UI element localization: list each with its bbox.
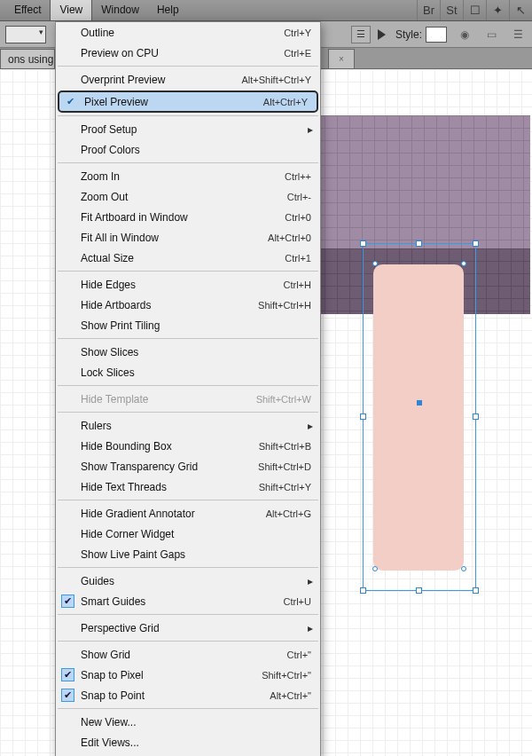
menu-item-label: Show Grid bbox=[81, 649, 130, 661]
menu-item-label: Zoom Out bbox=[81, 191, 128, 203]
menu-item-shortcut: Shift+Ctrl+W bbox=[256, 394, 311, 405]
menu-item-zoom-in[interactable]: Zoom InCtrl++ bbox=[56, 166, 320, 186]
menu-item-label: Show Live Paint Gaps bbox=[81, 548, 185, 561]
menu-item-edit-views[interactable]: Edit Views... bbox=[56, 732, 320, 752]
menu-item-guides[interactable]: Guides bbox=[56, 571, 320, 591]
anchor-tl[interactable] bbox=[372, 261, 378, 266]
menu-item-label: Fit Artboard in Window bbox=[81, 211, 188, 224]
menu-item-label: Hide Template bbox=[81, 393, 149, 406]
center-point bbox=[417, 400, 422, 406]
globe-icon[interactable]: ◉ bbox=[456, 26, 473, 43]
menu-item-lock-slices[interactable]: Lock Slices bbox=[56, 362, 320, 382]
menu-item-label: Snap to Pixel bbox=[81, 669, 144, 681]
menu-item-shortcut: Ctrl+1 bbox=[285, 253, 311, 264]
menu-item-label: Hide Text Threads bbox=[81, 481, 167, 493]
menu-help[interactable]: Help bbox=[148, 0, 188, 20]
menu-item-label: Fit All in Window bbox=[81, 232, 159, 244]
tab-label: ons using Illu bbox=[8, 53, 55, 66]
menu-item-show-print-tiling[interactable]: Show Print Tiling bbox=[56, 315, 320, 335]
menu-item-fit-all-in-window[interactable]: Fit All in WindowAlt+Ctrl+0 bbox=[56, 227, 320, 248]
bridge-icon[interactable]: Br bbox=[417, 0, 440, 20]
menu-item-label: Show Transparency Grid bbox=[81, 461, 198, 473]
menu-item-label: Show Slices bbox=[81, 346, 138, 358]
menu-item-shortcut: Ctrl++ bbox=[285, 171, 311, 182]
menu-item-label: New View... bbox=[81, 716, 136, 728]
menu-view[interactable]: View bbox=[50, 0, 92, 20]
menu-item-pixel-preview[interactable]: Pixel PreviewAlt+Ctrl+Y bbox=[58, 91, 318, 113]
arrange-docs-icon[interactable]: ☐ bbox=[463, 0, 486, 20]
menu-item-new-view[interactable]: New View... bbox=[56, 712, 320, 732]
menu-item-preview-on-cpu[interactable]: Preview on CPUCtrl+E bbox=[56, 43, 320, 63]
menu-effect[interactable]: Effect bbox=[5, 0, 50, 20]
menu-item-shortcut: Shift+Ctrl+D bbox=[258, 461, 311, 472]
tab-close-peek[interactable]: × bbox=[328, 49, 355, 68]
menu-item-shortcut: Ctrl+0 bbox=[285, 212, 311, 223]
menu-item-label: Zoom In bbox=[81, 170, 120, 183]
handle-mr[interactable] bbox=[473, 413, 479, 420]
menu-item-label: Rulers bbox=[81, 420, 112, 432]
document-tab[interactable]: ons using Illu bbox=[0, 49, 55, 68]
menu-item-show-grid[interactable]: Show GridCtrl+" bbox=[56, 644, 320, 665]
menu-item-shortcut: Alt+Ctrl+0 bbox=[268, 232, 311, 243]
handle-tm[interactable] bbox=[416, 240, 422, 247]
menu-item-perspective-grid[interactable]: Perspective Grid bbox=[56, 618, 320, 638]
menu-item-label: Guides bbox=[81, 575, 114, 587]
dropdown-a[interactable] bbox=[5, 26, 46, 43]
handle-bm[interactable] bbox=[416, 587, 422, 594]
menu-item-actual-size[interactable]: Actual SizeCtrl+1 bbox=[56, 248, 320, 268]
plugin-icon[interactable]: ✦ bbox=[486, 0, 509, 20]
style-swatch[interactable] bbox=[426, 27, 447, 43]
menu-item-label: Overprint Preview bbox=[81, 74, 165, 86]
menu-item-shortcut: Shift+Ctrl+B bbox=[259, 441, 311, 452]
menu-item-shortcut: Ctrl+H bbox=[284, 280, 311, 290]
menu-item-show-transparency-grid[interactable]: Show Transparency GridShift+Ctrl+D bbox=[56, 456, 320, 476]
menu-item-label: Edit Views... bbox=[81, 736, 139, 749]
menu-item-rulers[interactable]: Rulers bbox=[56, 415, 320, 436]
handle-tr[interactable] bbox=[473, 240, 479, 247]
menu-item-label: Proof Setup bbox=[81, 123, 137, 136]
bounding-box[interactable] bbox=[363, 243, 476, 591]
menu-item-label: Hide Gradient Annotator bbox=[81, 508, 195, 520]
menu-window[interactable]: Window bbox=[92, 0, 148, 20]
menu-item-shortcut: Alt+Ctrl+" bbox=[270, 690, 311, 701]
menu-item-shortcut: Alt+Ctrl+Y bbox=[263, 97, 308, 107]
menu-item-label: Perspective Grid bbox=[81, 622, 160, 634]
menu-item-smart-guides[interactable]: Smart GuidesCtrl+U bbox=[56, 591, 320, 611]
menu-item-proof-setup[interactable]: Proof Setup bbox=[56, 119, 320, 139]
align-icon[interactable]: ☰ bbox=[351, 26, 371, 43]
menu-item-label: Hide Edges bbox=[81, 279, 136, 291]
doc-setup-icon[interactable]: ▭ bbox=[482, 26, 500, 43]
menu-item-proof-colors[interactable]: Proof Colors bbox=[56, 139, 320, 160]
menu-item-hide-artboards[interactable]: Hide ArtboardsShift+Ctrl+H bbox=[56, 295, 320, 315]
touch-icon[interactable]: ↖ bbox=[509, 0, 532, 20]
menu-item-overprint-preview[interactable]: Overprint PreviewAlt+Shift+Ctrl+Y bbox=[56, 69, 320, 90]
prefs-icon[interactable]: ☰ bbox=[509, 26, 527, 43]
menu-item-label: Hide Bounding Box bbox=[81, 440, 172, 453]
menu-item-fit-artboard-in-window[interactable]: Fit Artboard in WindowCtrl+0 bbox=[56, 207, 320, 227]
menu-item-hide-corner-widget[interactable]: Hide Corner Widget bbox=[56, 524, 320, 544]
menu-item-shortcut: Ctrl+- bbox=[287, 192, 311, 202]
menu-item-show-live-paint-gaps[interactable]: Show Live Paint Gaps bbox=[56, 544, 320, 564]
menu-item-hide-bounding-box[interactable]: Hide Bounding BoxShift+Ctrl+B bbox=[56, 436, 320, 456]
menu-item-snap-to-point[interactable]: Snap to PointAlt+Ctrl+" bbox=[56, 685, 320, 705]
handle-bl[interactable] bbox=[360, 587, 366, 594]
handle-ml[interactable] bbox=[360, 413, 366, 420]
play-icon[interactable] bbox=[374, 27, 390, 43]
view-menu-dropdown: OutlineCtrl+YPreview on CPUCtrl+EOverpri… bbox=[55, 21, 321, 756]
menu-item-show-slices[interactable]: Show Slices bbox=[56, 342, 320, 362]
stock-icon[interactable]: St bbox=[440, 0, 463, 20]
menu-item-shortcut: Shift+Ctrl+H bbox=[258, 300, 311, 311]
handle-br[interactable] bbox=[473, 587, 479, 594]
menu-item-hide-text-threads[interactable]: Hide Text ThreadsShift+Ctrl+Y bbox=[56, 476, 320, 497]
anchor-bl[interactable] bbox=[372, 566, 378, 571]
anchor-tr[interactable] bbox=[461, 261, 466, 266]
menubar: Effect View Window Help Br St ☐ ✦ ↖ bbox=[0, 0, 532, 21]
menu-item-hide-gradient-annotator[interactable]: Hide Gradient AnnotatorAlt+Ctrl+G bbox=[56, 503, 320, 524]
menu-item-hide-edges[interactable]: Hide EdgesCtrl+H bbox=[56, 274, 320, 295]
menu-item-zoom-out[interactable]: Zoom OutCtrl+- bbox=[56, 186, 320, 207]
anchor-br[interactable] bbox=[461, 566, 466, 571]
handle-tl[interactable] bbox=[360, 240, 366, 247]
menu-item-snap-to-pixel[interactable]: Snap to PixelShift+Ctrl+" bbox=[56, 665, 320, 685]
menu-item-outline[interactable]: OutlineCtrl+Y bbox=[56, 22, 320, 43]
menu-item-shortcut: Alt+Shift+Ctrl+Y bbox=[241, 75, 311, 85]
